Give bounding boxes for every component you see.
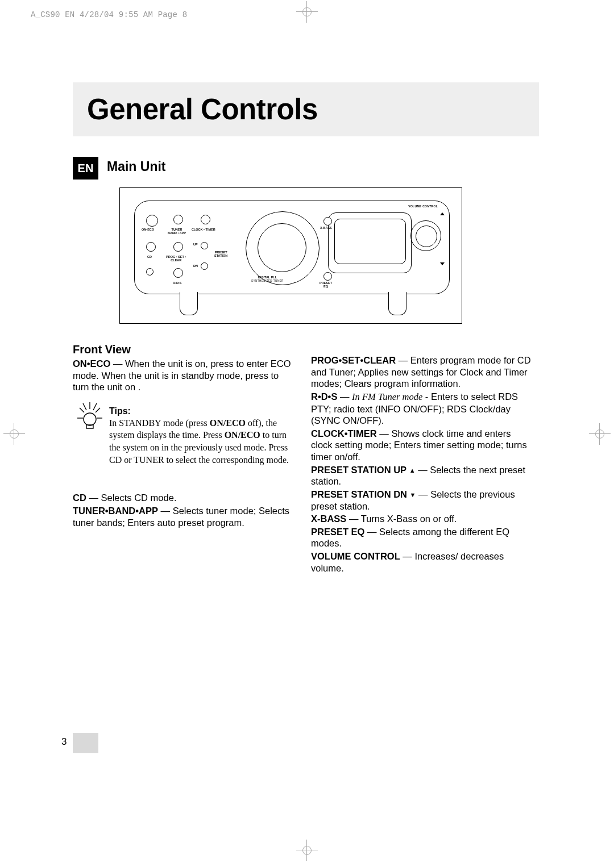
diagram-label-on-eco: ON•ECO xyxy=(142,228,154,232)
diagram-btn-on-eco xyxy=(146,215,158,227)
vol-paragraph: VOLUME CONTROL — Increases/ decreases vo… xyxy=(311,550,534,574)
psu-paragraph: PRESET STATION UP ▲ — Selects the next p… xyxy=(311,464,534,487)
diagram-btn-cd xyxy=(146,242,156,252)
diagram-pll-sub: SYNTHESIZED TUNER xyxy=(251,279,284,282)
rds-label: R•D•S xyxy=(311,391,337,402)
front-view-heading: Front View xyxy=(73,343,131,357)
registration-mark-top xyxy=(300,5,314,19)
rds-italic: In FM Tuner mode xyxy=(352,391,422,402)
svg-point-0 xyxy=(84,413,96,425)
svg-line-7 xyxy=(93,403,97,410)
diagram-volume-label: VOLUME CONTROL xyxy=(408,205,438,208)
cd-door-icon xyxy=(246,211,320,285)
diagram-btn-preset-eq xyxy=(323,272,332,281)
diagram-btn-preset-dn xyxy=(201,262,208,270)
prog-label: PROG•SET•CLEAR xyxy=(311,355,396,365)
tips-body: In STANDBY mode (press ON/ECO off), the … xyxy=(109,417,297,466)
tips-t1: In STANDBY mode (press xyxy=(109,418,210,428)
clock-label: CLOCK•TIMER xyxy=(311,428,377,439)
page-title: General Controls xyxy=(87,91,318,128)
diagram-btn-tuner xyxy=(173,215,183,224)
prog-paragraph: PROG•SET•CLEAR — Enters program mode for… xyxy=(311,354,534,390)
diagram-label-prog: PROG • SET • CLEAR xyxy=(166,256,186,262)
xbass-label: X-BASS xyxy=(311,514,346,524)
vol-label: VOLUME CONTROL xyxy=(311,551,400,561)
volume-down-triangle-icon xyxy=(440,262,445,265)
diagram-label-xbass: X-BASS xyxy=(320,227,332,230)
diagram-btn-prog xyxy=(173,242,183,252)
display-panel-icon xyxy=(328,212,412,273)
diagram-label-preset: PRESET STATION xyxy=(214,251,227,257)
clock-paragraph: CLOCK•TIMER — Shows clock time and enter… xyxy=(311,428,534,463)
svg-line-2 xyxy=(80,408,84,412)
registration-mark-bottom xyxy=(300,843,314,858)
psd-label: PRESET STATION DN xyxy=(311,489,407,499)
right-column: PROG•SET•CLEAR — Enters program mode for… xyxy=(311,354,534,575)
volume-knob-icon xyxy=(410,220,441,251)
tuner-label: TUNER•BAND•APP xyxy=(73,506,158,516)
diagram-label-cd: CD xyxy=(147,256,152,259)
diagram-frame: VOLUME CONTROL ON•ECO TUNER BAND • APP C… xyxy=(119,187,462,324)
psd-paragraph: PRESET STATION DN ▼ — Selects the previo… xyxy=(311,489,534,512)
after-tips-block: CD — Selects CD mode. TUNER•BAND•APP — S… xyxy=(73,492,296,528)
unit-body-outline: VOLUME CONTROL ON•ECO TUNER BAND • APP C… xyxy=(134,201,450,294)
peq-label: PRESET EQ xyxy=(311,527,367,537)
diagram-label-up: UP xyxy=(193,243,198,247)
left-column: ON•ECO — When the unit is on, press to e… xyxy=(73,358,296,529)
rds-paragraph: R•D•S — In FM Tuner mode - Enters to sel… xyxy=(311,391,534,427)
tips-b2: ON/ECO xyxy=(225,430,260,440)
lightbulb-icon xyxy=(75,399,105,436)
diagram-pll-top: DIGITAL PLL xyxy=(258,276,277,279)
diagram-btn-xbass xyxy=(323,217,332,226)
peq-paragraph: PRESET EQ — Selects among the different … xyxy=(311,526,534,549)
xbass-text: — Turns X-Bass on or off. xyxy=(346,514,457,524)
cd-label: CD xyxy=(73,493,86,503)
tips-title: Tips: xyxy=(109,406,297,417)
svg-line-6 xyxy=(83,403,86,410)
tuner-paragraph: TUNER•BAND•APP — Selects tuner mode; Sel… xyxy=(73,505,296,528)
cd-text: — Selects CD mode. xyxy=(86,493,177,503)
xbass-paragraph: X-BASS — Turns X-Bass on or off. xyxy=(311,513,534,525)
unit-leg-right xyxy=(388,292,406,315)
diagram-btn-clock xyxy=(201,215,210,224)
diagram-btn-ir xyxy=(146,268,154,276)
diagram-label-preset-eq: PRESET EQ xyxy=(320,282,332,288)
tips-b1: ON/ECO xyxy=(210,418,246,428)
registration-mark-left xyxy=(7,427,22,441)
registration-mark-right xyxy=(592,427,607,441)
print-header: A_CS90 EN 4/28/04 9:55 AM Page 8 xyxy=(31,10,187,20)
diagram-btn-preset-up xyxy=(201,242,208,249)
cd-paragraph: CD — Selects CD mode. xyxy=(73,492,296,504)
diagram-label-dn: DN xyxy=(193,265,198,268)
down-arrow-icon: ▼ xyxy=(410,491,416,499)
on-eco-label: ON•ECO xyxy=(73,358,110,369)
diagram-label-clock: CLOCK • TIMER xyxy=(192,228,215,232)
section-heading-main-unit: Main Unit xyxy=(107,158,166,175)
svg-line-3 xyxy=(96,408,100,412)
page-title-box: General Controls xyxy=(73,82,539,136)
page-number: 3 xyxy=(61,736,67,748)
diagram-pll-label: DIGITAL PLL SYNTHESIZED TUNER xyxy=(251,276,284,282)
page-number-box xyxy=(73,733,98,753)
volume-up-triangle-icon xyxy=(440,212,445,215)
diagram-label-rds: R•D•S xyxy=(173,282,181,285)
psu-label: PRESET STATION UP xyxy=(311,465,406,475)
unit-leg-left xyxy=(180,292,198,315)
tips-box: Tips: In STANDBY mode (press ON/ECO off)… xyxy=(73,406,297,466)
on-eco-paragraph: ON•ECO — When the unit is on, press to e… xyxy=(73,358,296,393)
diagram-btn-rds xyxy=(173,268,183,278)
up-arrow-icon: ▲ xyxy=(409,467,416,475)
diagram-label-tuner: TUNER BAND • APP xyxy=(168,228,186,235)
language-tag: EN xyxy=(73,157,98,180)
